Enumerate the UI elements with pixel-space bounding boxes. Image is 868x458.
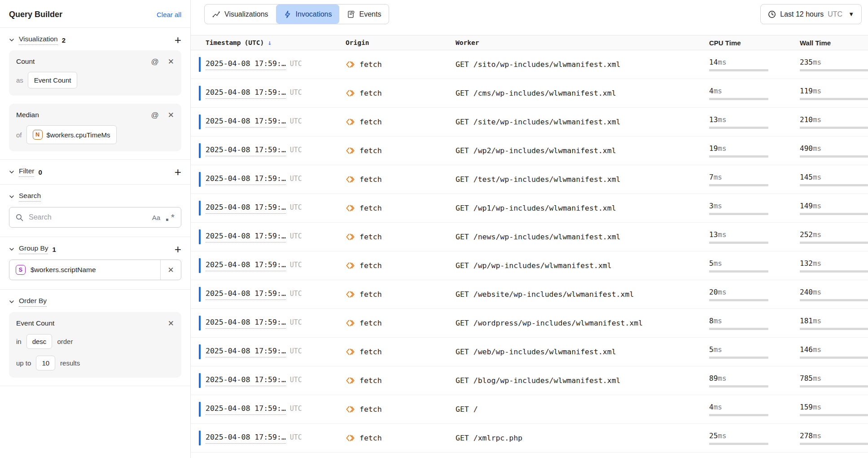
column-header-worker[interactable]: Worker bbox=[456, 39, 709, 46]
at-icon[interactable]: @ bbox=[151, 111, 158, 119]
column-header-origin[interactable]: Origin bbox=[346, 39, 456, 46]
cpu-time-cell: 89ms bbox=[709, 374, 800, 388]
clear-all-button[interactable]: Clear all bbox=[157, 11, 181, 18]
add-filter-button[interactable]: + bbox=[175, 168, 181, 176]
search-section-label[interactable]: Search bbox=[19, 192, 41, 202]
tab-visualizations[interactable]: Visualizations bbox=[205, 4, 276, 24]
cpu-time-cell: 14ms bbox=[709, 58, 800, 71]
divider bbox=[0, 386, 190, 386]
table-row[interactable]: 2025-04-08 17:59:… UTC fetch GET /xmlrpc… bbox=[191, 424, 868, 453]
fetch-origin-icon bbox=[346, 117, 355, 127]
table-row[interactable]: 2025-04-08 17:59:… UTC fetch GET /blog/w… bbox=[191, 366, 868, 395]
table-row[interactable]: 2025-04-08 17:59:… UTC fetch GET /cms/wp… bbox=[191, 79, 868, 108]
table-row[interactable]: 2025-04-08 17:59:… UTC fetch GET /site/w… bbox=[191, 108, 868, 137]
timestamp-value[interactable]: 2025-04-08 17:59:… bbox=[206, 232, 286, 242]
timestamp-timezone: UTC bbox=[290, 261, 302, 269]
sort-direction-select[interactable]: desc bbox=[26, 334, 53, 349]
wall-time-bar bbox=[800, 155, 868, 158]
column-header-cpu-time[interactable]: CPU Time bbox=[709, 39, 800, 47]
case-sensitive-toggle[interactable]: Aa bbox=[152, 214, 160, 221]
chevron-down-icon[interactable] bbox=[9, 37, 14, 43]
cpu-time-bar bbox=[709, 213, 768, 215]
table-row[interactable]: 2025-04-08 17:59:… UTC fetch GET /test/w… bbox=[191, 165, 868, 194]
cpu-time-cell: 13ms bbox=[709, 230, 800, 244]
add-group-by-button[interactable]: + bbox=[175, 245, 181, 253]
add-visualization-button[interactable]: + bbox=[175, 36, 181, 44]
close-icon[interactable]: ✕ bbox=[168, 58, 174, 66]
origin-value: fetch bbox=[359, 405, 382, 414]
table-row[interactable]: 2025-04-08 17:59:… UTC fetch GET / 4ms 1… bbox=[191, 395, 868, 424]
string-type-icon: S bbox=[16, 265, 26, 275]
timestamp-timezone: UTC bbox=[290, 203, 302, 211]
fetch-origin-icon bbox=[346, 203, 355, 213]
chevron-down-icon[interactable] bbox=[9, 169, 14, 175]
timestamp-timezone: UTC bbox=[290, 433, 302, 441]
group-by-section-label[interactable]: Group By bbox=[19, 244, 48, 254]
column-header-wall-time[interactable]: Wall Time bbox=[800, 39, 868, 47]
timestamp-timezone: UTC bbox=[290, 175, 302, 183]
time-range-button[interactable]: Last 12 hours UTC ▼ bbox=[760, 4, 862, 24]
column-header-timestamp[interactable]: Timestamp (UTC) ↓ bbox=[191, 39, 346, 47]
worker-request: GET /web/wp-includes/wlwmanifest.xml bbox=[456, 348, 709, 356]
cpu-time-bar bbox=[709, 155, 768, 158]
table-row[interactable]: 2025-04-08 17:59:… UTC fetch GET /websit… bbox=[191, 280, 868, 309]
timestamp-value[interactable]: 2025-04-08 17:59:… bbox=[206, 174, 286, 185]
cpu-time-cell: 7ms bbox=[709, 173, 800, 186]
timestamp-value[interactable]: 2025-04-08 17:59:… bbox=[206, 88, 286, 99]
tab-invocations[interactable]: Invocations bbox=[276, 4, 340, 24]
timestamp-value[interactable]: 2025-04-08 17:59:… bbox=[206, 289, 286, 300]
close-icon[interactable]: ✕ bbox=[168, 111, 174, 119]
filter-section-label[interactable]: Filter bbox=[19, 167, 34, 177]
worker-request: GET /wordpress/wp-includes/wlwmanifest.x… bbox=[456, 319, 709, 327]
timestamp-value[interactable]: 2025-04-08 17:59:… bbox=[206, 375, 286, 386]
visualization-section-label[interactable]: Visualization bbox=[19, 35, 58, 45]
timestamp-value[interactable]: 2025-04-08 17:59:… bbox=[206, 203, 286, 214]
chevron-down-icon[interactable] bbox=[9, 194, 14, 199]
wall-time-cell: 149ms bbox=[800, 202, 868, 215]
origin-cell: fetch bbox=[346, 347, 456, 357]
wall-time-bar bbox=[800, 98, 868, 100]
close-icon[interactable]: ✕ bbox=[168, 320, 174, 327]
timestamp-cell: 2025-04-08 17:59:… UTC bbox=[191, 289, 346, 300]
result-limit-input[interactable]: 10 bbox=[36, 356, 55, 370]
table-row[interactable]: 2025-04-08 17:59:… UTC fetch GET /web/wp… bbox=[191, 338, 868, 366]
event-count-chip[interactable]: Event Count bbox=[28, 72, 78, 88]
timestamp-value[interactable]: 2025-04-08 17:59:… bbox=[206, 260, 286, 271]
worker-request: GET /sito/wp-includes/wlwmanifest.xml bbox=[456, 60, 709, 69]
timestamp-value[interactable]: 2025-04-08 17:59:… bbox=[206, 59, 286, 70]
table-row[interactable]: 2025-04-08 17:59:… UTC fetch GET /wp2/wp… bbox=[191, 137, 868, 165]
origin-cell: fetch bbox=[346, 318, 456, 328]
tab-events[interactable]: Events bbox=[339, 4, 389, 24]
wall-time-cell: 235ms bbox=[800, 58, 868, 71]
search-input[interactable] bbox=[29, 213, 147, 221]
timestamp-value[interactable]: 2025-04-08 17:59:… bbox=[206, 318, 286, 329]
cpu-time-bar bbox=[709, 328, 768, 330]
regex-toggle-icon[interactable]: * bbox=[166, 213, 175, 222]
table-row[interactable]: 2025-04-08 17:59:… UTC fetch GET /wordpr… bbox=[191, 309, 868, 338]
timestamp-value[interactable]: 2025-04-08 17:59:… bbox=[206, 347, 286, 357]
wall-time-cell: 252ms bbox=[800, 230, 868, 244]
timestamp-cell: 2025-04-08 17:59:… UTC bbox=[191, 347, 346, 357]
cpu-time-bar bbox=[709, 127, 768, 129]
clock-icon bbox=[768, 10, 776, 18]
timestamp-value[interactable]: 2025-04-08 17:59:… bbox=[206, 145, 286, 156]
table-row[interactable]: 2025-04-08 17:59:… UTC fetch GET /wp1/wp… bbox=[191, 194, 868, 223]
search-section: Search Aa * bbox=[0, 185, 190, 228]
close-icon[interactable]: ✕ bbox=[167, 266, 174, 274]
timestamp-timezone: UTC bbox=[290, 88, 302, 97]
chevron-down-icon[interactable] bbox=[9, 247, 14, 252]
at-icon[interactable]: @ bbox=[151, 58, 158, 66]
chevron-down-icon[interactable] bbox=[9, 299, 14, 304]
cpu-time-cell: 8ms bbox=[709, 317, 800, 330]
table-row[interactable]: 2025-04-08 17:59:… UTC fetch GET /sito/w… bbox=[191, 50, 868, 79]
worker-request: GET /xmlrpc.php bbox=[456, 434, 709, 442]
group-by-chip[interactable]: S $workers.scriptName ✕ bbox=[9, 260, 181, 280]
table-row[interactable]: 2025-04-08 17:59:… UTC fetch GET /news/w… bbox=[191, 223, 868, 251]
timestamp-value[interactable]: 2025-04-08 17:59:… bbox=[206, 404, 286, 415]
fetch-origin-icon bbox=[346, 261, 355, 270]
order-by-section-label[interactable]: Order By bbox=[19, 297, 47, 307]
timestamp-value[interactable]: 2025-04-08 17:59:… bbox=[206, 433, 286, 444]
cpu-time-field-chip[interactable]: N $workers.cpuTimeMs bbox=[26, 125, 117, 144]
table-row[interactable]: 2025-04-08 17:59:… UTC fetch GET /wp/wp-… bbox=[191, 251, 868, 280]
timestamp-value[interactable]: 2025-04-08 17:59:… bbox=[206, 117, 286, 128]
